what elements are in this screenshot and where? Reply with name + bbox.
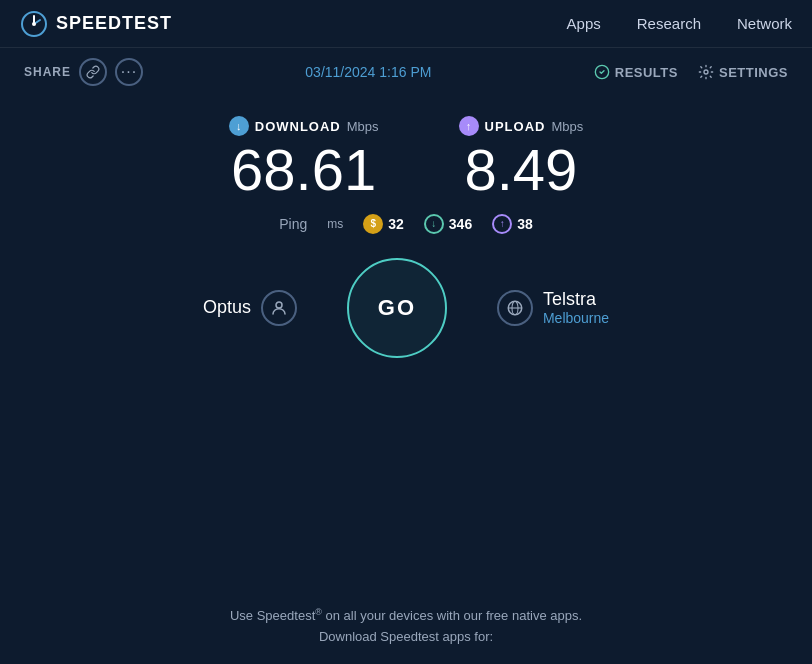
provider-right-name: Telstra [543, 289, 609, 310]
upload-value: 8.49 [464, 138, 577, 202]
jitter-up-icon: ↑ [492, 214, 512, 234]
ping-value: 32 [388, 216, 404, 232]
logo-text: SPEEDTEST [56, 13, 172, 34]
ping-coin-item: $ 32 [363, 214, 404, 234]
nav-apps[interactable]: Apps [567, 15, 601, 32]
ping-unit: ms [327, 217, 343, 231]
go-button[interactable]: GO [347, 258, 447, 358]
upload-arrow-icon: ↑ [459, 116, 479, 136]
footer-line2: Download Speedtest apps for: [0, 627, 812, 648]
provider-right: Telstra Melbourne [497, 289, 609, 326]
more-dots-icon: ··· [121, 63, 137, 81]
user-silhouette-icon [270, 299, 288, 317]
download-unit: Mbps [347, 119, 379, 134]
footer: Use Speedtest® on all your devices with … [0, 605, 812, 648]
download-value: 68.61 [231, 138, 376, 202]
ping-label: Ping [279, 216, 307, 232]
jitter-down-item: ↓ 346 [424, 214, 472, 234]
provider-right-text: Telstra Melbourne [543, 289, 609, 326]
share-more-button[interactable]: ··· [115, 58, 143, 86]
ping-row: Ping ms $ 32 ↓ 346 ↑ 38 [279, 214, 533, 234]
navbar: SPEEDTEST Apps Research Network [0, 0, 812, 48]
settings-icon [698, 64, 714, 80]
go-button-label: GO [378, 295, 416, 321]
download-block: ↓ DOWNLOAD Mbps 68.61 [229, 116, 379, 202]
speedtest-logo-icon [20, 10, 48, 38]
download-label: DOWNLOAD [255, 119, 341, 134]
upload-block: ↑ UPLOAD Mbps 8.49 [459, 116, 584, 202]
share-link-button[interactable] [79, 58, 107, 86]
jitter-up-item: ↑ 38 [492, 214, 533, 234]
jitter-down-value: 346 [449, 216, 472, 232]
nav-research[interactable]: Research [637, 15, 701, 32]
logo: SPEEDTEST [20, 10, 172, 38]
globe-icon [497, 290, 533, 326]
jitter-up-value: 38 [517, 216, 533, 232]
person-icon [261, 290, 297, 326]
globe-svg-icon [506, 299, 524, 317]
share-label: SHARE [24, 65, 71, 79]
results-label: RESULTS [615, 65, 678, 80]
coin-icon: $ [363, 214, 383, 234]
download-label-row: ↓ DOWNLOAD Mbps [229, 116, 379, 136]
settings-label: SETTINGS [719, 65, 788, 80]
main-content: ↓ DOWNLOAD Mbps 68.61 ↑ UPLOAD Mbps 8.49… [0, 96, 812, 358]
nav-links: Apps Research Network [567, 15, 792, 32]
footer-line1: Use Speedtest® on all your devices with … [0, 605, 812, 627]
go-area: Optus GO Telstra Mel [203, 258, 609, 358]
upload-label-row: ↑ UPLOAD Mbps [459, 116, 584, 136]
results-button[interactable]: RESULTS [594, 64, 678, 80]
nav-network[interactable]: Network [737, 15, 792, 32]
upload-unit: Mbps [551, 119, 583, 134]
timestamp: 03/11/2024 1:16 PM [305, 64, 431, 80]
jitter-down-icon: ↓ [424, 214, 444, 234]
provider-right-city: Melbourne [543, 310, 609, 326]
svg-point-3 [704, 70, 708, 74]
provider-left-name: Optus [203, 297, 251, 318]
svg-point-4 [276, 302, 282, 308]
svg-point-1 [32, 22, 36, 26]
results-icon [594, 64, 610, 80]
link-icon [86, 65, 100, 79]
share-area: SHARE ··· [24, 58, 143, 86]
speeds-row: ↓ DOWNLOAD Mbps 68.61 ↑ UPLOAD Mbps 8.49 [229, 116, 583, 202]
provider-left: Optus [203, 290, 297, 326]
upload-label: UPLOAD [485, 119, 546, 134]
right-actions: RESULTS SETTINGS [594, 64, 788, 80]
download-arrow-icon: ↓ [229, 116, 249, 136]
settings-button[interactable]: SETTINGS [698, 64, 788, 80]
toolbar: SHARE ··· 03/11/2024 1:16 PM RESULTS SET… [0, 48, 812, 96]
